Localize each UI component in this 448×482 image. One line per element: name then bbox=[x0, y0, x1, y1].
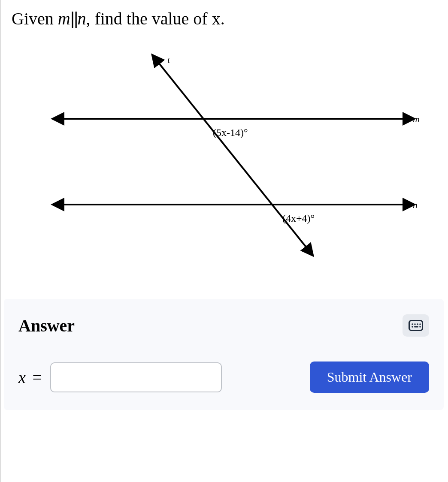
line-m-label: m bbox=[413, 114, 420, 124]
angle-bottom-label: (4x+4)° bbox=[282, 213, 315, 224]
x-var: x bbox=[18, 368, 26, 386]
parallel-symbol: || bbox=[70, 9, 78, 28]
line-t-label: t bbox=[167, 54, 170, 65]
question-var-n: n bbox=[77, 9, 86, 28]
x-equals-label: x = bbox=[18, 368, 42, 387]
svg-point-7 bbox=[419, 326, 421, 328]
equals-sign: = bbox=[30, 368, 41, 386]
question-prefix: Given bbox=[12, 9, 58, 28]
answer-input[interactable] bbox=[50, 362, 222, 392]
angle-top-label: (5x-14)° bbox=[213, 127, 248, 138]
svg-point-3 bbox=[417, 323, 418, 325]
question-text: Given m||n, find the value of x. bbox=[1, 0, 448, 33]
svg-point-5 bbox=[412, 326, 413, 328]
line-n-label: n bbox=[413, 199, 418, 210]
svg-point-2 bbox=[414, 323, 416, 325]
svg-point-1 bbox=[412, 323, 413, 325]
keyboard-icon bbox=[409, 320, 423, 331]
svg-point-4 bbox=[419, 323, 421, 325]
question-suffix: , find the value of x. bbox=[86, 9, 224, 28]
svg-rect-6 bbox=[414, 326, 418, 328]
question-var-m: m bbox=[58, 9, 70, 28]
keyboard-button[interactable] bbox=[403, 314, 429, 337]
svg-rect-0 bbox=[409, 321, 423, 331]
answer-panel: Answer x = Submit Answer bbox=[4, 299, 444, 410]
submit-answer-button[interactable]: Submit Answer bbox=[310, 362, 429, 393]
geometry-diagram: m n t (5x-14)° (4x+4)° bbox=[1, 33, 448, 299]
answer-heading: Answer bbox=[18, 316, 75, 336]
